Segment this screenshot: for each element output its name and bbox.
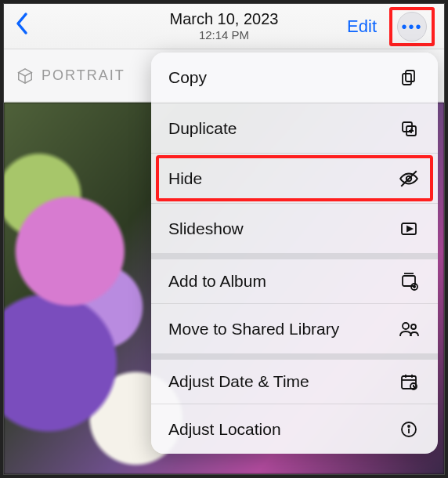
edit-button[interactable]: Edit [347, 16, 377, 37]
svg-rect-2 [406, 71, 414, 81]
menu-item-label: Hide [168, 169, 202, 188]
menu-item-copy[interactable]: Copy [151, 53, 438, 103]
navbar-title: March 10, 2023 12:14 PM [170, 10, 279, 42]
menu-item-adjust-date-time[interactable]: Adjust Date & Time [151, 353, 438, 404]
cube-icon [16, 67, 34, 85]
back-button[interactable] [15, 12, 29, 42]
menu-item-label: Duplicate [168, 119, 237, 138]
calendar-icon [397, 370, 421, 393]
svg-rect-3 [403, 74, 411, 85]
menu-item-move-shared-library[interactable]: Move to Shared Library [151, 303, 438, 353]
menu-item-adjust-location[interactable]: Adjust Location [151, 404, 438, 454]
photo-date: March 10, 2023 [170, 10, 279, 28]
menu-item-label: Add to Album [168, 272, 266, 291]
shared-library-icon [397, 317, 421, 341]
svg-point-28 [408, 425, 410, 427]
duplicate-icon [397, 117, 421, 140]
menu-item-label: Slideshow [168, 219, 244, 238]
menu-item-label: Copy [168, 68, 207, 87]
more-button[interactable]: ••• [389, 7, 435, 46]
menu-item-label: Adjust Date & Time [168, 372, 309, 391]
copy-icon [397, 66, 421, 89]
svg-point-17 [403, 323, 409, 329]
navbar: March 10, 2023 12:14 PM Edit ••• [4, 4, 444, 49]
menu-item-label: Adjust Location [168, 420, 281, 439]
menu-item-add-to-album[interactable]: Add to Album [151, 253, 438, 303]
slideshow-icon [397, 217, 421, 241]
menu-item-hide[interactable]: Hide [151, 153, 438, 203]
photo-time: 12:14 PM [170, 28, 279, 42]
add-album-icon [397, 270, 421, 293]
info-icon [397, 418, 421, 441]
hide-icon [397, 167, 421, 190]
svg-marker-0 [19, 68, 32, 75]
portrait-label: PORTRAIT [42, 67, 125, 84]
svg-marker-11 [407, 226, 412, 231]
menu-item-label: Move to Shared Library [168, 320, 339, 339]
menu-item-duplicate[interactable]: Duplicate [151, 103, 438, 153]
menu-item-slideshow[interactable]: Slideshow [151, 203, 438, 253]
svg-point-18 [411, 324, 416, 329]
context-menu: Copy Duplicate Hide Slideshow Add to Alb… [151, 53, 438, 454]
more-icon: ••• [397, 12, 427, 42]
